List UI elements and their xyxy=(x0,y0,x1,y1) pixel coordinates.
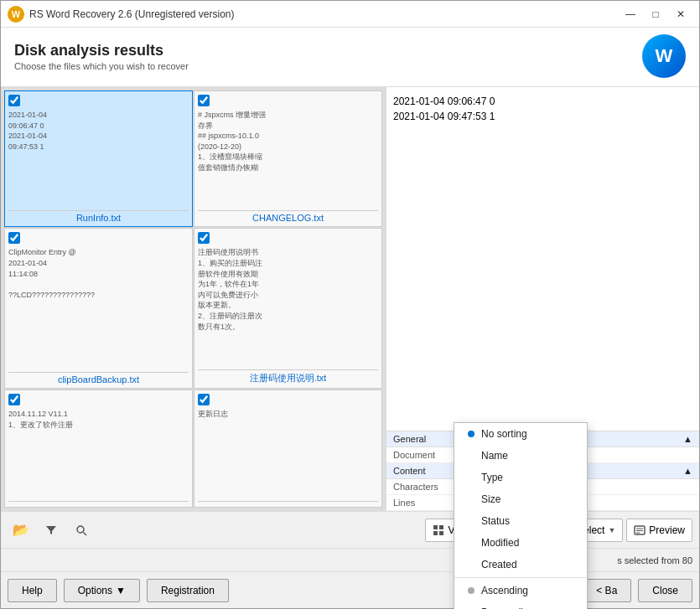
search-icon xyxy=(75,524,88,537)
svg-line-1 xyxy=(84,532,87,535)
check-placeholder xyxy=(468,452,474,459)
page-subtitle: Choose the files which you wish to recov… xyxy=(14,61,189,71)
collapse-icon: ▲ xyxy=(683,434,692,444)
file-item[interactable]: 注册码使用说明书1、购买的注册码注册软件使用有效期为1年，软件在1年内可以免费进… xyxy=(194,228,382,389)
select-arrow: ▼ xyxy=(608,526,615,534)
file-name: CHANGELOG.txt xyxy=(198,210,378,223)
status-text: s selected from 80 xyxy=(617,555,692,565)
file-checkbox[interactable] xyxy=(8,232,20,244)
file-item[interactable]: ClipMonitor Entry @2021-01-0411:14:08??L… xyxy=(4,228,193,389)
main-window: W RS Word Recovery 2.6 (Unregistered ver… xyxy=(0,0,700,609)
check-placeholder xyxy=(468,518,474,524)
file-preview: # Jspxcms 增量增强存界## jspxcms-10.1.0(2020-1… xyxy=(198,110,378,173)
svg-rect-4 xyxy=(433,531,438,535)
svg-rect-5 xyxy=(439,531,443,535)
sort-option-created[interactable]: Created xyxy=(454,554,587,575)
svg-rect-2 xyxy=(433,525,438,529)
file-item[interactable]: # Jspxcms 增量增强存界## jspxcms-10.1.0(2020-1… xyxy=(194,90,382,227)
options-arrow: ▼ xyxy=(116,585,126,596)
sort-option-ascending[interactable]: Ascending xyxy=(454,580,587,601)
sort-option-descending[interactable]: Descending xyxy=(454,601,587,609)
file-preview: 2021-01-0409:06:47 02021-01-0409:47:53 1 xyxy=(8,110,189,152)
help-button[interactable]: Help xyxy=(8,579,57,602)
file-content: ClipMonitor Entry @2021-01-0411:14:08??L… xyxy=(8,247,189,369)
toolbar: 📂 View ▼ xyxy=(1,511,699,548)
page-title: Disk analysis results xyxy=(14,42,189,59)
file-content: 2014.11.12 V11.11、更改了软件注册 xyxy=(8,409,189,498)
file-checkbox[interactable] xyxy=(8,394,20,405)
options-button[interactable]: Options ▼ xyxy=(64,579,140,602)
file-name: RunInfo.txt xyxy=(8,210,189,223)
general-label: General xyxy=(393,434,426,444)
check-placeholder xyxy=(468,561,474,568)
check-placeholder xyxy=(468,496,474,503)
folder-icon-btn[interactable]: 📂 xyxy=(8,517,34,544)
file-content: # Jspxcms 增量增强存界## jspxcms-10.1.0(2020-1… xyxy=(198,110,378,207)
file-checkbox[interactable] xyxy=(198,232,210,244)
sort-dropdown-menu: No sorting Name Type Size Status Modifie… xyxy=(454,422,588,609)
sort-option-status[interactable]: Status xyxy=(454,510,587,532)
svg-rect-3 xyxy=(439,525,443,529)
window-controls: — □ ✕ xyxy=(619,5,692,23)
file-name xyxy=(8,501,189,503)
document-label: Document xyxy=(393,450,460,460)
sort-option-name[interactable]: Name xyxy=(454,445,587,467)
file-item[interactable]: 2021-01-0409:06:47 02021-01-0409:47:53 1… xyxy=(4,90,193,227)
check-indicator xyxy=(468,587,474,594)
file-content: 注册码使用说明书1、购买的注册码注册软件使用有效期为1年，软件在1年内可以免费进… xyxy=(198,247,378,366)
main-content: 2021-01-0409:06:47 02021-01-0409:47:53 1… xyxy=(1,87,699,511)
search-icon-btn[interactable] xyxy=(68,517,95,544)
characters-label: Characters xyxy=(393,482,460,492)
file-preview: ClipMonitor Entry @2021-01-0411:14:08??L… xyxy=(8,247,189,300)
sort-option-size[interactable]: Size xyxy=(454,488,587,510)
file-name: clipBoardBackup.txt xyxy=(8,372,189,384)
sort-option-no-sorting[interactable]: No sorting xyxy=(454,423,587,445)
preview-button[interactable]: Preview xyxy=(626,519,692,542)
preview-icon xyxy=(634,524,646,536)
check-placeholder xyxy=(468,539,474,546)
back-button[interactable]: < Ba xyxy=(582,579,631,602)
lines-label: Lines xyxy=(393,498,460,508)
close-button[interactable]: ✕ xyxy=(669,5,692,23)
title-bar: W RS Word Recovery 2.6 (Unregistered ver… xyxy=(1,1,699,28)
file-grid: 2021-01-0409:06:47 02021-01-0409:47:53 1… xyxy=(1,87,386,511)
file-checkbox[interactable] xyxy=(198,95,210,106)
preview-label: Preview xyxy=(649,524,685,536)
preview-line: 2021-01-04 09:47:53 1 xyxy=(393,109,692,124)
sort-option-modified[interactable]: Modified xyxy=(454,532,587,554)
file-item[interactable]: 更新日志 xyxy=(194,390,382,508)
registration-button[interactable]: Registration xyxy=(147,579,229,602)
file-preview: 注册码使用说明书1、购买的注册码注册软件使用有效期为1年，软件在1年内可以免费进… xyxy=(198,247,378,332)
filter-icon-btn[interactable] xyxy=(38,517,65,544)
preview-line: 2021-01-04 09:06:47 0 xyxy=(393,94,692,109)
check-placeholder xyxy=(468,474,474,481)
file-checkbox[interactable] xyxy=(198,394,210,405)
close-dialog-button[interactable]: Close xyxy=(638,579,692,602)
file-name xyxy=(198,501,378,503)
menu-divider xyxy=(454,577,587,578)
file-list-panel: 2021-01-0409:06:47 02021-01-0409:47:53 1… xyxy=(1,87,386,511)
status-bar: s selected from 80 xyxy=(1,548,699,571)
file-checkbox[interactable] xyxy=(8,95,20,106)
content-label: Content xyxy=(393,466,426,476)
file-item[interactable]: 2014.11.12 V11.11、更改了软件注册 xyxy=(4,390,193,508)
app-logo: W xyxy=(8,6,24,23)
sort-option-type[interactable]: Type xyxy=(454,467,587,488)
file-preview: 更新日志 xyxy=(198,409,378,420)
bottom-bar: Help Options ▼ Registration < Ba Close xyxy=(1,571,699,608)
preview-text-scroll[interactable]: 2021-01-04 09:06:47 0 2021-01-04 09:47:5… xyxy=(386,87,699,431)
file-content: 更新日志 xyxy=(198,409,378,498)
view-icon xyxy=(433,524,444,536)
check-indicator xyxy=(468,431,474,437)
svg-point-0 xyxy=(77,526,84,533)
collapse-icon: ▲ xyxy=(683,466,692,476)
header: Disk analysis results Choose the files w… xyxy=(1,28,699,87)
window-title: RS Word Recovery 2.6 (Unregistered versi… xyxy=(29,8,619,20)
file-preview: 2014.11.12 V11.11、更改了软件注册 xyxy=(8,409,189,430)
maximize-button[interactable]: □ xyxy=(644,5,667,23)
minimize-button[interactable]: — xyxy=(619,5,642,23)
preview-wrapper: 2021-01-04 09:06:47 0 2021-01-04 09:47:5… xyxy=(386,87,699,431)
file-name: 注册码使用说明.txt xyxy=(198,369,378,384)
filter-icon xyxy=(44,524,58,537)
brand-logo: W xyxy=(642,34,686,78)
